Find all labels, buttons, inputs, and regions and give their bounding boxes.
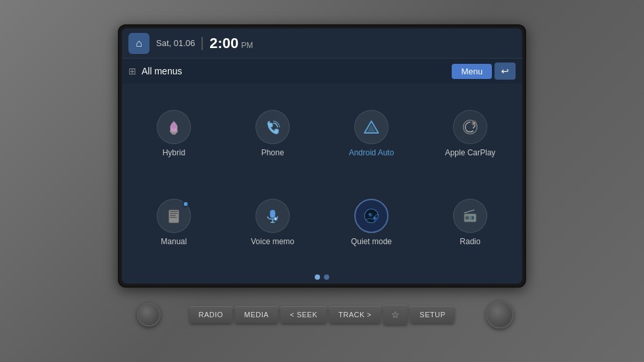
favorite-button[interactable]: ☆: [383, 305, 408, 324]
voice-memo-icon-bg: [255, 199, 290, 233]
voice-memo-label: Voice memo: [251, 237, 294, 246]
radio-icon-item[interactable]: Radio: [422, 179, 518, 265]
date-display: Sat, 01.06: [156, 38, 195, 48]
time-display: 2:00: [209, 35, 238, 52]
svg-rect-7: [170, 213, 178, 214]
manual-icon-bg: [157, 199, 191, 233]
svg-rect-10: [270, 210, 275, 218]
quiet-mode-label: Quiet mode: [351, 237, 392, 246]
svg-line-22: [464, 210, 474, 213]
android-auto-icon: [362, 117, 381, 137]
android-auto-label: Android Auto: [349, 148, 394, 157]
grid-icon: ⊞: [128, 66, 136, 76]
android-auto-icon-item[interactable]: Android Auto: [323, 90, 419, 176]
phone-icon: [263, 117, 282, 137]
media-button[interactable]: MEDIA: [235, 306, 278, 323]
svg-rect-6: [170, 211, 178, 212]
manual-icon-item[interactable]: Manual: [126, 179, 222, 265]
android-auto-icon-bg: [354, 110, 389, 144]
date-time-display: Sat, 01.06 2:00 PM: [156, 35, 253, 52]
menu-bar: ⊞ All menus Menu ↩: [122, 59, 522, 84]
car-panel: ⌂ Sat, 01.06 2:00 PM ⊞ All menus Menu ↩: [0, 0, 644, 362]
radio-button[interactable]: RADIO: [190, 306, 232, 323]
setup-button[interactable]: SETUP: [410, 306, 454, 323]
svg-rect-27: [471, 216, 472, 219]
carplay-icon: [460, 117, 480, 137]
svg-rect-9: [170, 217, 177, 218]
hybrid-icon: [164, 117, 184, 137]
volume-knob[interactable]: [486, 301, 514, 328]
voice-memo-icon: [263, 206, 282, 226]
svg-rect-8: [170, 215, 176, 216]
radio-label: Radio: [460, 237, 480, 246]
manual-label: Manual: [161, 237, 186, 246]
quiet-mode-icon-item[interactable]: Quiet mode: [323, 179, 419, 265]
hybrid-icon-bg: [157, 110, 191, 144]
phone-icon-item[interactable]: Phone: [225, 90, 321, 176]
dot-1: [315, 274, 320, 280]
star-icon: ☆: [391, 309, 400, 320]
power-knob[interactable]: [137, 303, 161, 326]
carplay-label: Apple CarPlay: [445, 148, 496, 157]
dot-2: [324, 274, 329, 280]
phone-icon-bg: [255, 110, 290, 144]
track-button[interactable]: TRACK >: [329, 306, 381, 323]
carplay-icon-item[interactable]: Apple CarPlay: [422, 90, 518, 176]
hybrid-label: Hybrid: [163, 148, 186, 157]
radio-icon-bg: [453, 199, 487, 233]
seek-button[interactable]: < SEEK: [281, 306, 327, 323]
screen-bezel: ⌂ Sat, 01.06 2:00 PM ⊞ All menus Menu ↩: [118, 24, 526, 288]
top-bar: ⌂ Sat, 01.06 2:00 PM: [122, 28, 522, 59]
all-menus-label: All menus: [142, 66, 452, 76]
ampm-display: PM: [241, 41, 253, 50]
quiet-mode-icon: [362, 206, 381, 226]
svg-point-17: [369, 213, 370, 215]
divider: [201, 37, 203, 50]
hybrid-icon-item[interactable]: Hybrid: [126, 90, 222, 176]
back-icon: ↩: [501, 66, 509, 76]
svg-point-24: [466, 217, 468, 219]
screen: ⌂ Sat, 01.06 2:00 PM ⊞ All menus Menu ↩: [122, 28, 522, 284]
back-button[interactable]: ↩: [495, 63, 516, 80]
carplay-icon-bg: [453, 110, 487, 144]
manual-icon: [164, 206, 184, 226]
page-dots: [122, 272, 522, 284]
menu-button[interactable]: Menu: [452, 64, 492, 79]
voice-memo-icon-item[interactable]: Voice memo: [225, 179, 321, 265]
physical-buttons-row: RADIO MEDIA < SEEK TRACK > ☆ SETUP: [190, 305, 455, 324]
quiet-mode-icon-bg: [354, 199, 389, 233]
radio-icon: [460, 206, 480, 226]
icons-grid: Hybrid Phone: [122, 84, 522, 272]
phone-label: Phone: [261, 148, 284, 157]
notification-dot: [182, 201, 189, 207]
home-button[interactable]: ⌂: [128, 33, 149, 54]
